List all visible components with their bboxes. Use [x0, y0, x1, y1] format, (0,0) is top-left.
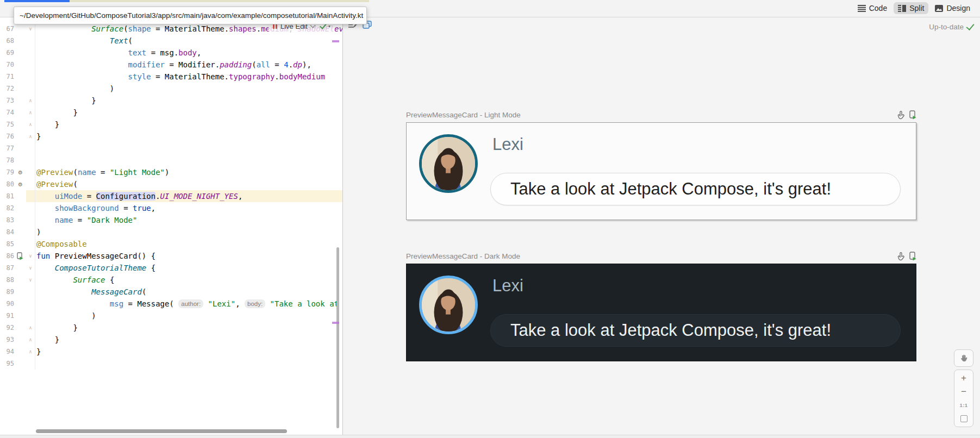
code-line[interactable]: 69 text = msg.body, — [0, 47, 342, 59]
code-line[interactable]: 71 style = MaterialTheme.typography.body… — [0, 71, 342, 83]
error-stripe-mark[interactable] — [332, 40, 339, 42]
code-text[interactable]: ) — [35, 83, 342, 95]
code-line[interactable]: 80⚙@Preview( — [0, 178, 342, 190]
code-text[interactable]: Text( — [35, 35, 342, 47]
code-line[interactable]: 87∨ ComposeTutorialTheme { — [0, 262, 342, 274]
code-line[interactable]: 94∧} — [0, 346, 342, 358]
code-editor-pane[interactable]: 67∨ Surface(shape = MaterialTheme.shapes… — [0, 17, 342, 435]
error-stripe-mark[interactable] — [332, 322, 339, 324]
code-text[interactable]: msg = Message( author: "Lexi", body: "Ta… — [35, 298, 342, 310]
editor-vertical-scrollbar[interactable] — [336, 247, 339, 428]
fold-marker[interactable]: ∧ — [26, 130, 35, 142]
code-line[interactable]: 89 MessageCard( — [0, 286, 342, 298]
code-line[interactable]: 88∨ Surface { — [0, 274, 342, 286]
code-text[interactable]: } — [35, 322, 342, 334]
code-line[interactable]: 84) — [0, 226, 342, 238]
code-text[interactable]: fun PreviewMessageCard() { — [35, 250, 342, 262]
line-number: 69 — [0, 47, 14, 59]
code-line[interactable]: 82 showBackground = true, — [0, 202, 342, 214]
code-text[interactable]: uiMode = Configuration.UI_MODE_NIGHT_YES… — [35, 190, 342, 202]
preview-title: PreviewMessageCard - Light Mode — [406, 111, 521, 119]
gear-gutter-icon[interactable]: ⚙ — [14, 166, 26, 178]
fold-marker[interactable]: ∧ — [26, 95, 35, 107]
code-text[interactable] — [35, 142, 342, 154]
editor-horizontal-scrollbar[interactable] — [36, 429, 287, 433]
pan-tool-button[interactable] — [954, 349, 973, 367]
code-line[interactable]: 81 uiMode = Configuration.UI_MODE_NIGHT_… — [0, 190, 342, 202]
message-bubble: Take a look at Jetpack Compose, it's gre… — [490, 173, 901, 205]
tab-design[interactable]: Design — [931, 2, 975, 14]
tab-split[interactable]: Split — [894, 2, 928, 14]
interactive-mode-icon[interactable] — [897, 252, 904, 261]
code-line[interactable]: 77 — [0, 142, 342, 154]
code-line[interactable]: 83 name = "Dark Mode" — [0, 214, 342, 226]
gutter — [14, 107, 26, 118]
code-line[interactable]: 93∧ } — [0, 334, 342, 346]
split-divider[interactable] — [342, 17, 343, 435]
code-text[interactable]: } — [35, 118, 342, 130]
code-text[interactable]: ) — [35, 226, 342, 238]
code-text[interactable]: } — [35, 107, 342, 118]
zoom-actual-size-button[interactable]: 1:1 — [954, 398, 973, 412]
code-line[interactable]: 72 ) — [0, 83, 342, 95]
parameter-hint-chip: body: — [245, 299, 265, 308]
code-line[interactable]: 95 — [0, 358, 342, 370]
code-line[interactable]: 76∧} — [0, 130, 342, 142]
fold-marker[interactable]: ∧ — [26, 346, 35, 358]
code-text[interactable]: ) — [35, 310, 342, 322]
code-text[interactable]: modifier = Modifier.padding(all = 4.dp), — [35, 59, 342, 71]
code-text[interactable] — [35, 358, 342, 370]
code-text[interactable]: ComposeTutorialTheme { — [35, 262, 342, 274]
fold-marker[interactable]: ∨ — [26, 23, 35, 35]
code-line[interactable]: 92∧ } — [0, 322, 342, 334]
line-number: 68 — [0, 35, 14, 47]
gutter — [14, 358, 26, 370]
zoom-to-fit-button[interactable] — [954, 412, 973, 426]
code-line[interactable]: 70 modifier = Modifier.padding(all = 4.d… — [0, 59, 342, 71]
code-text[interactable]: } — [35, 130, 342, 142]
code-text[interactable]: } — [35, 334, 342, 346]
code-line[interactable]: 91 ) — [0, 310, 342, 322]
code-line[interactable]: 68 Text( — [0, 35, 342, 47]
code-text[interactable]: name = "Dark Mode" — [35, 214, 342, 226]
code-text[interactable]: @Composable — [35, 238, 342, 250]
code-text[interactable] — [35, 154, 342, 166]
fold-marker[interactable]: ∧ — [26, 322, 35, 334]
code-line[interactable]: 90 msg = Message( author: "Lexi", body: … — [0, 298, 342, 310]
code-line[interactable]: 73∧ } — [0, 95, 342, 107]
avatar — [419, 134, 478, 193]
zoom-in-button[interactable]: + — [954, 371, 973, 385]
line-number: 67 — [0, 23, 14, 35]
code-text[interactable]: } — [35, 95, 342, 107]
code-text[interactable]: } — [35, 346, 342, 358]
code-text[interactable]: text = msg.body, — [35, 47, 342, 59]
code-text[interactable]: @Preview(name = "Light Mode") — [35, 166, 342, 178]
code-area[interactable]: 67∨ Surface(shape = MaterialTheme.shapes… — [0, 23, 342, 370]
gutter — [14, 47, 26, 59]
interactive-mode-icon[interactable] — [897, 111, 904, 120]
code-text[interactable]: Surface { — [35, 274, 342, 286]
code-line[interactable]: 78 — [0, 154, 342, 166]
tab-code[interactable]: Code — [853, 2, 891, 14]
code-line[interactable]: 74∧ } — [0, 107, 342, 118]
run-preview-on-device-icon[interactable] — [909, 252, 916, 261]
zoom-out-button[interactable]: − — [954, 385, 973, 398]
code-text[interactable]: style = MaterialTheme.typography.bodyMed… — [35, 71, 342, 83]
gear-gutter-icon[interactable]: ⚙ — [14, 178, 26, 190]
fold-marker[interactable]: ∨ — [26, 250, 35, 262]
fold-marker[interactable]: ∧ — [26, 334, 35, 346]
fold-marker[interactable]: ∧ — [26, 118, 35, 130]
code-text[interactable]: MessageCard( — [35, 286, 342, 298]
code-line[interactable]: 86∨fun PreviewMessageCard() { — [0, 250, 342, 262]
code-line[interactable]: 75∧ } — [0, 118, 342, 130]
code-text[interactable]: showBackground = true, — [35, 202, 342, 214]
fold-marker[interactable]: ∨ — [26, 262, 35, 274]
code-text[interactable]: @Preview( — [35, 178, 342, 190]
fold-marker[interactable]: ∧ — [26, 107, 35, 118]
code-line[interactable]: 79⚙@Preview(name = "Light Mode") — [0, 166, 342, 178]
run-gutter-icon[interactable] — [14, 250, 26, 262]
run-preview-on-device-icon[interactable] — [909, 110, 916, 120]
line-number: 79 — [0, 166, 14, 178]
fold-marker[interactable]: ∨ — [26, 274, 35, 286]
code-line[interactable]: 85@Composable — [0, 238, 342, 250]
